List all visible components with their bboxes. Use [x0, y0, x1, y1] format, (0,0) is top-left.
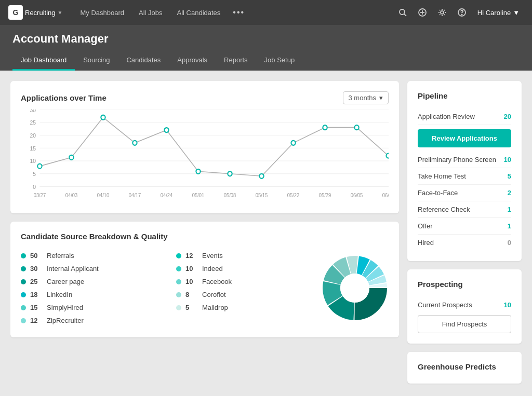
source-dot: [21, 279, 26, 284]
svg-point-28: [228, 171, 232, 176]
svg-point-46: [340, 274, 369, 303]
source-label: LinkedIn: [47, 291, 72, 298]
nav-more-dots[interactable]: •••: [228, 8, 250, 17]
svg-text:04/10: 04/10: [97, 192, 110, 198]
tab-candidates[interactable]: Candidates: [118, 51, 169, 71]
source-label: Facebook: [202, 278, 232, 285]
svg-point-5: [441, 11, 444, 14]
svg-point-26: [164, 128, 168, 132]
nav-all-jobs[interactable]: All Jobs: [131, 9, 170, 17]
tab-sourcing[interactable]: Sourcing: [75, 51, 118, 71]
svg-point-32: [354, 125, 358, 130]
pipeline-item: Hired 0: [418, 235, 511, 251]
page-title: Account Manager: [12, 25, 520, 51]
svg-text:10: 10: [30, 158, 36, 164]
tab-approvals[interactable]: Approvals: [169, 51, 216, 71]
svg-point-7: [461, 14, 462, 15]
source-count: 50: [30, 252, 43, 260]
chart-svg: 30 25 20 15 10 5 0: [21, 110, 389, 203]
source-label: Indeed: [202, 265, 223, 272]
svg-text:15: 15: [30, 145, 36, 151]
user-menu[interactable]: Hi Caroline ▼: [473, 9, 524, 17]
greenhouse-predicts-card: Greenhouse Predicts: [407, 352, 522, 384]
source-dot: [21, 292, 26, 297]
source-label: Referrals: [47, 252, 74, 260]
left-column: Applications over Time 3 months ▾: [10, 81, 399, 385]
source-dot: [176, 253, 181, 258]
svg-text:5: 5: [33, 171, 36, 177]
find-prospects-button[interactable]: Find Prospects: [418, 315, 511, 333]
prospecting-title: Prospecting: [418, 280, 511, 289]
pipeline-item-label: Face-to-Face: [418, 189, 458, 197]
source-label: Internal Applicant: [47, 265, 99, 272]
source-item: 12 ZipRecruiter: [21, 314, 161, 327]
source-lists: 50 Referrals 30 Internal Applicant 25 Ca…: [21, 249, 316, 327]
review-applications-button[interactable]: Review Applications: [418, 129, 511, 147]
svg-point-27: [196, 169, 200, 174]
svg-text:30: 30: [30, 110, 36, 113]
greenhouse-predicts-title: Greenhouse Predicts: [418, 362, 511, 371]
chart-area: 30 25 20 15 10 5 0: [21, 110, 389, 203]
source-item: 5 Maildrop: [176, 301, 316, 314]
pipeline-item: Offer 1: [418, 218, 511, 235]
pipeline-items: Application Review 20 Review Application…: [418, 108, 511, 251]
svg-text:04/03: 04/03: [65, 192, 77, 198]
source-count: 10: [185, 278, 198, 285]
sub-nav: Account Manager Job Dashboard Sourcing C…: [0, 25, 532, 71]
search-icon[interactable]: [394, 4, 411, 21]
source-count: 12: [185, 252, 198, 260]
user-greeting: Hi Caroline: [477, 9, 511, 17]
source-count: 15: [30, 304, 43, 311]
current-prospects-item: Current Prospects 10: [418, 297, 511, 313]
period-select[interactable]: 3 months ▾: [343, 91, 389, 104]
pipeline-item-count: 10: [504, 156, 511, 163]
chart-title: Applications over Time: [21, 93, 107, 102]
svg-text:20: 20: [30, 132, 36, 139]
tab-job-dashboard[interactable]: Job Dashboard: [12, 51, 75, 71]
prospecting-card: Prospecting Current Prospects 10 Find Pr…: [407, 269, 522, 344]
source-item: 10 Facebook: [176, 275, 316, 288]
current-prospects-count: 10: [504, 301, 511, 309]
help-icon[interactable]: [454, 4, 470, 21]
source-breakdown-card: Candidate Source Breakdown & Quality 50 …: [10, 222, 399, 337]
tab-reports[interactable]: Reports: [216, 51, 256, 71]
svg-point-33: [386, 154, 389, 158]
source-count: 25: [30, 278, 43, 285]
svg-text:06/12: 06/12: [382, 192, 389, 198]
donut-chart: [321, 254, 389, 322]
pipeline-item-label: Take Home Test: [418, 172, 466, 180]
source-item: 50 Referrals: [21, 249, 161, 262]
source-label: Career page: [47, 278, 84, 285]
settings-icon[interactable]: [434, 4, 450, 21]
source-dot: [176, 305, 181, 310]
tabs: Job Dashboard Sourcing Candidates Approv…: [12, 51, 520, 71]
tab-job-setup[interactable]: Job Setup: [256, 51, 303, 71]
pipeline-card: Pipeline Application Review 20 Review Ap…: [407, 81, 522, 261]
nav-all-candidates[interactable]: All Candidates: [170, 9, 228, 17]
pipeline-item: Take Home Test 5: [418, 168, 511, 185]
source-count: 5: [185, 304, 198, 311]
pipeline-item-label: Offer: [418, 222, 433, 230]
period-dropdown-arrow: ▾: [379, 94, 383, 102]
source-count: 30: [30, 265, 43, 272]
pipeline-item-count: 0: [508, 239, 511, 247]
source-item: 30 Internal Applicant: [21, 262, 161, 275]
nav-my-dashboard[interactable]: My Dashboard: [73, 9, 131, 17]
source-dot: [21, 318, 26, 323]
pipeline-item-count: 20: [504, 113, 511, 120]
pipeline-item-label: Application Review: [418, 113, 475, 120]
source-dot: [21, 266, 26, 271]
pipeline-item-label: Reference Check: [418, 206, 470, 213]
svg-line-1: [404, 14, 406, 16]
add-icon[interactable]: [414, 4, 431, 21]
svg-text:05/22: 05/22: [287, 192, 299, 198]
svg-point-29: [259, 174, 263, 179]
source-item: 10 Indeed: [176, 262, 316, 275]
pipeline-item-count: 2: [508, 189, 511, 197]
source-col-left: 50 Referrals 30 Internal Applicant 25 Ca…: [21, 249, 161, 327]
source-item: 18 LinkedIn: [21, 288, 161, 301]
source-dot: [176, 292, 181, 297]
svg-text:25: 25: [30, 119, 36, 126]
brand-label: Recruiting: [25, 9, 56, 17]
source-count: 12: [30, 317, 43, 324]
